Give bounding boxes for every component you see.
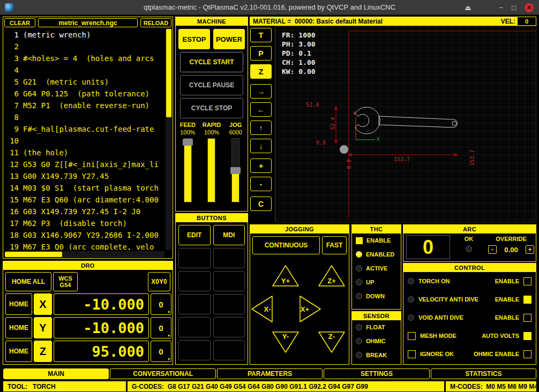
slider-track[interactable]	[231, 138, 239, 202]
zero-z-button[interactable]: 0▾	[151, 341, 171, 362]
cycle-start-button[interactable]: CYCLE START	[180, 52, 243, 72]
ignore-ok-ohmic-enable-checkbox[interactable]	[523, 350, 531, 358]
zoom-out-button[interactable]: -	[250, 177, 272, 191]
gcode-line-text: (metric wrench)	[23, 31, 91, 39]
maximize-icon[interactable]: □	[512, 4, 516, 11]
slider-track[interactable]	[184, 138, 192, 202]
edit-button[interactable]: EDIT	[178, 225, 211, 245]
keep-above-icon[interactable]: ⏏	[465, 4, 471, 11]
gcode-line[interactable]: 14M03 $0 S1 (start plasma torch	[5, 182, 164, 194]
mdi-button[interactable]: MDI	[213, 225, 245, 245]
gcode-line[interactable]: 16G03 X149.739 Y27.45 I-2 J0	[5, 206, 164, 217]
gcode-line[interactable]: 13G00 X149.739 Y27.45	[5, 170, 164, 182]
gcode-line[interactable]: 6G64 P0.125 (path tolerance)	[5, 88, 164, 100]
x0y0-button[interactable]: X0Y0	[148, 272, 170, 291]
clear-button[interactable]: CLEAR	[4, 18, 35, 27]
thc-enable-checkbox[interactable]	[356, 237, 363, 244]
gcode-line[interactable]: 10	[5, 135, 164, 147]
tab-parameters[interactable]: PARAMETERS	[217, 368, 323, 379]
gcode-line[interactable]: 15M67 E3 Q60 (arc diameter:4.000	[5, 194, 164, 206]
power-button[interactable]: POWER	[213, 29, 245, 49]
home-y-button[interactable]: HOME	[5, 317, 32, 338]
jogging-panel: JOGGING CONTINUOUS FAST Y+Z+X-X+Y-Z-	[250, 224, 349, 365]
wcs-button[interactable]: WCS G54	[53, 272, 78, 291]
gcode-line[interactable]: 11(the hole)	[5, 147, 164, 159]
gcode-list[interactable]: 1(metric wrench)23#<holes> = 4 (holes an…	[5, 29, 164, 250]
zero-y-button[interactable]: 0▾	[151, 317, 171, 338]
close-icon[interactable]: ✕	[525, 3, 534, 12]
axis-x-button[interactable]: X	[34, 293, 52, 315]
titlebar[interactable]: qtplasmac-metric - QtPlasmaC v2.10-001.0…	[0, 0, 539, 15]
pan-left-button[interactable]: ←	[250, 102, 272, 117]
gcode-line[interactable]: 18G03 X146.9067 Y29.2686 I-2.000	[5, 229, 164, 241]
gcode-line[interactable]: 1(metric wrench)	[5, 29, 164, 41]
jog-button-X+[interactable]: X+	[300, 296, 320, 322]
jog-button-Y+[interactable]: Y+	[273, 266, 298, 286]
slider-track[interactable]	[207, 138, 215, 202]
gcode-line[interactable]: 12G53 G0 Z[[#<_ini[axis_z]max_li	[5, 159, 164, 170]
zoom-in-button[interactable]: +	[250, 159, 272, 173]
gcode-horizontal-scrollbar[interactable]	[5, 251, 164, 258]
material-selector[interactable]: MATERIAL = 00000: Basic default Material	[253, 18, 501, 25]
gcode-preview[interactable]: FR: 1000 PH: 3.00 PD: 0.1 CH: 1.00 KW: 0…	[275, 26, 536, 222]
scrollbar-thumb[interactable]	[166, 29, 171, 117]
jog-continuous-button[interactable]: CONTINUOUS	[252, 236, 320, 254]
axis-z-button[interactable]: Z	[34, 341, 52, 362]
tab-main[interactable]: MAIN	[3, 368, 109, 379]
void-anti-dive-enable-checkbox[interactable]	[523, 314, 531, 322]
thc-enable[interactable]: ENABLE	[352, 233, 401, 247]
jog-button-X-[interactable]: X-	[252, 296, 272, 322]
gcode-line[interactable]: 4	[5, 64, 164, 76]
jog-button-Z-[interactable]: Z-	[319, 332, 345, 352]
gcode-line[interactable]: 7M52 P1 (enable reverse-run)	[5, 100, 164, 111]
slider-handle[interactable]	[230, 167, 241, 174]
tab-conversational[interactable]: CONVERSATIONAL	[110, 368, 215, 379]
thc-active: ACTIVE	[352, 261, 401, 275]
gcode-line[interactable]: 8	[5, 111, 164, 123]
jog-fast-button[interactable]: FAST	[322, 236, 347, 254]
zero-x-button[interactable]: 0▾	[151, 293, 171, 315]
view-t-button[interactable]: T	[250, 28, 272, 42]
home-x-button[interactable]: HOME	[5, 293, 32, 315]
pan-up-button[interactable]: ↑	[250, 120, 272, 135]
estop-button[interactable]: ESTOP	[178, 29, 210, 49]
torch-on-enable-checkbox[interactable]	[523, 277, 531, 285]
gcode-line[interactable]: 9F#<_hal[plasmac.cut-feed-rate	[5, 123, 164, 135]
gcode-line[interactable]: 3#<holes> = 4 (holes and arcs	[5, 52, 164, 64]
view-p-button[interactable]: P	[250, 46, 272, 61]
slider-handle[interactable]	[183, 139, 193, 146]
pan-down-button[interactable]: ↓	[250, 139, 272, 153]
rapid-override-slider[interactable]: RAPID100%	[201, 122, 222, 202]
tab-statistics[interactable]: STATISTICS	[431, 368, 536, 379]
home-all-button[interactable]: HOME ALL	[5, 272, 51, 291]
sensor-float-led	[356, 324, 362, 330]
gcode-line-text: (the hole)	[23, 148, 68, 157]
gcode-vertical-scrollbar[interactable]	[166, 29, 172, 250]
mesh-mode-checkbox[interactable]	[408, 332, 416, 340]
ignore-ok-checkbox[interactable]	[408, 350, 416, 358]
override-plus-button[interactable]: +	[526, 245, 534, 254]
pan-right-button[interactable]: →	[250, 84, 272, 99]
override-minus-button[interactable]: -	[488, 245, 497, 254]
jog-button-Y-[interactable]: Y-	[273, 332, 298, 352]
home-z-button[interactable]: HOME	[5, 341, 32, 362]
gcode-line[interactable]: 5G21 (metric units)	[5, 76, 164, 88]
chevron-down-icon: ▾	[168, 334, 170, 338]
velocity-anti-dive-enable-checkbox[interactable]	[523, 296, 531, 304]
axis-y-button[interactable]: Y	[34, 317, 52, 338]
scrollbar-thumb[interactable]	[5, 252, 62, 257]
gcode-line[interactable]: 19M67 E3 Q0 (arc complete, velo	[5, 241, 164, 250]
gcode-line[interactable]: 17M62 P3 (disable torch)	[5, 217, 164, 229]
clear-view-button[interactable]: C	[250, 197, 272, 211]
cycle-stop-button[interactable]: CYCLE STOP	[180, 98, 243, 118]
mesh-mode-auto-volts-checkbox[interactable]	[523, 332, 531, 340]
reload-button[interactable]: RELOAD	[140, 18, 171, 27]
gcode-line[interactable]: 2	[5, 41, 164, 52]
jog-override-slider[interactable]: JOG6000	[225, 122, 246, 202]
view-z-button[interactable]: Z	[250, 64, 272, 79]
minimize-icon[interactable]: −	[499, 4, 504, 11]
tab-settings[interactable]: SETTINGS	[324, 368, 429, 379]
jog-button-Z+[interactable]: Z+	[319, 266, 345, 286]
feed-override-slider[interactable]: FEED100%	[177, 122, 198, 202]
cycle-pause-button[interactable]: CYCLE PAUSE	[180, 75, 243, 95]
